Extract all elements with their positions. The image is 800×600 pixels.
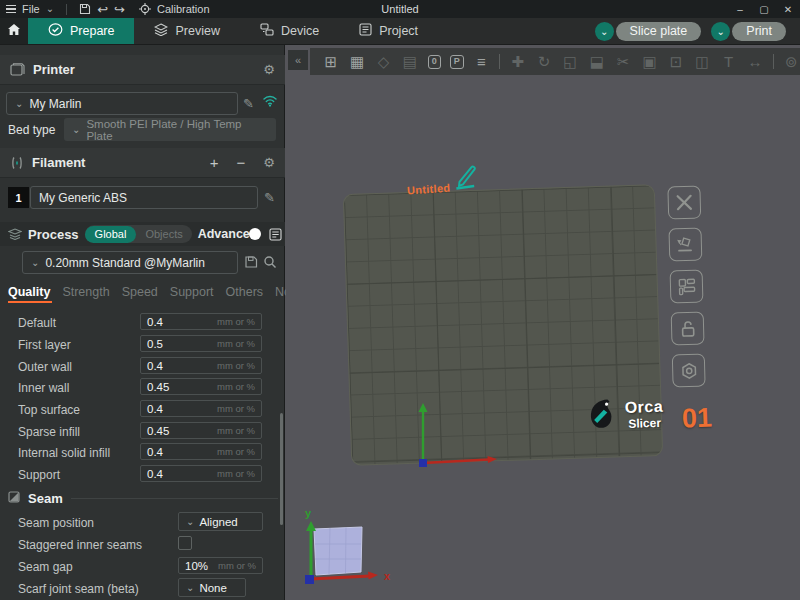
- tab-strength[interactable]: Strength: [56, 285, 115, 303]
- plate-buttons: [667, 186, 705, 388]
- logo-line2: Slicer: [628, 417, 664, 430]
- wifi-icon[interactable]: [262, 94, 278, 107]
- filament-slot-badge[interactable]: 1: [8, 187, 29, 208]
- chevron-down-icon: ⌄: [186, 516, 194, 527]
- scope-global-button[interactable]: Global: [85, 226, 137, 243]
- tab-preview[interactable]: Preview: [134, 18, 239, 44]
- toolbar-separator: [773, 54, 774, 69]
- main-tab-bar: Prepare Preview Device Project ⌄ Slice p…: [0, 18, 800, 45]
- setting-input[interactable]: 0.4mm or %: [140, 313, 262, 330]
- tab-prepare[interactable]: Prepare: [28, 18, 134, 44]
- minimize-button[interactable]: –: [728, 0, 752, 18]
- setting-input[interactable]: 0.4mm or %: [140, 400, 262, 417]
- viewport-3d[interactable]: « ⊞▦◇▤0P≡✚↻◱⬓✂▣⊡◫T↔⊚ Untitled Orca Slice…: [286, 45, 800, 600]
- filament-edit-icon[interactable]: ✎: [264, 190, 275, 205]
- rotate-icon[interactable]: ↻: [535, 54, 552, 69]
- process-preset-value: 0.20mm Standard @MyMarlin: [45, 256, 205, 270]
- filament-select[interactable]: My Generic ABS: [30, 186, 258, 209]
- printer-select[interactable]: ⌄ My Marlin: [6, 92, 238, 115]
- process-preset-select[interactable]: ⌄ 0.20mm Standard @MyMarlin: [22, 251, 238, 274]
- add-plate-icon[interactable]: ▦: [348, 54, 365, 69]
- auto-orient-icon[interactable]: ◇: [375, 54, 392, 69]
- bed-type-value: Smooth PEI Plate / High Temp Plate: [86, 118, 268, 142]
- remove-filament-button[interactable]: −: [237, 154, 246, 171]
- add-filament-button[interactable]: +: [210, 154, 219, 171]
- filament-name: My Generic ABS: [39, 191, 127, 205]
- setting-input[interactable]: 0.5mm or %: [140, 335, 262, 352]
- mesh-boolean-icon[interactable]: ◫: [694, 54, 711, 69]
- close-button[interactable]: ✕: [776, 0, 800, 18]
- assembly-view-icon[interactable]: ⊚: [783, 54, 800, 69]
- merge-icon[interactable]: ⊡: [667, 54, 684, 69]
- variable-layer-height-icon[interactable]: ≡: [473, 54, 490, 69]
- chevron-down-icon[interactable]: ⌄: [46, 4, 54, 14]
- scope-objects-button[interactable]: Objects: [136, 227, 191, 241]
- scale-icon[interactable]: ◱: [562, 54, 579, 69]
- setting-input[interactable]: 0.4mm or %: [140, 465, 262, 482]
- split-to-objects-icon[interactable]: 0: [428, 55, 442, 69]
- mini-navigator[interactable]: y x: [292, 497, 402, 597]
- panel-scrollbar[interactable]: [280, 413, 283, 525]
- setting-input[interactable]: 0.45mm or %: [140, 422, 262, 439]
- auto-orient-button[interactable]: [668, 228, 702, 262]
- file-menu[interactable]: File: [22, 3, 40, 15]
- printer-title: Printer: [33, 62, 75, 77]
- collapse-sidebar-button[interactable]: «: [288, 50, 308, 70]
- setting-list-icon[interactable]: [269, 228, 282, 241]
- menu-icon[interactable]: [6, 5, 16, 13]
- printer-gear-icon[interactable]: ⚙: [263, 62, 275, 77]
- device-icon: [260, 23, 274, 39]
- tab-project[interactable]: Project: [339, 18, 438, 44]
- seam-gap-input[interactable]: 10%mm or %: [178, 557, 263, 574]
- setting-input[interactable]: 0.4mm or %: [140, 357, 262, 374]
- search-icon[interactable]: [263, 255, 277, 269]
- scarf-seam-value: None: [199, 582, 227, 594]
- scarf-seam-select[interactable]: ⌄ None: [178, 578, 246, 597]
- filament-gear-icon[interactable]: ⚙: [263, 155, 275, 170]
- split-to-parts-icon[interactable]: P: [450, 55, 464, 69]
- seam-position-label: Seam position: [18, 516, 94, 530]
- plate-settings-button[interactable]: [672, 354, 706, 388]
- tab-quality[interactable]: Quality: [8, 285, 56, 303]
- calibration-menu[interactable]: Calibration: [157, 3, 210, 15]
- home-button[interactable]: [0, 18, 28, 44]
- calibration-icon[interactable]: [139, 3, 151, 15]
- measure-icon[interactable]: ↔: [746, 54, 763, 69]
- slice-plate-button[interactable]: Slice plate: [616, 22, 702, 41]
- arrange-plate-button[interactable]: [670, 270, 704, 304]
- divider: [71, 498, 278, 499]
- print-button[interactable]: Print: [732, 22, 786, 41]
- cut-icon[interactable]: ✂: [615, 54, 632, 69]
- delete-all-button[interactable]: [667, 186, 701, 220]
- tab-others[interactable]: Others: [220, 285, 270, 303]
- slice-options-button[interactable]: ⌄: [595, 22, 614, 41]
- setting-input[interactable]: 0.45mm or %: [140, 378, 262, 395]
- plate-name-edit-icon[interactable]: [449, 165, 483, 195]
- move-icon[interactable]: ✚: [509, 54, 526, 69]
- staggered-seams-checkbox[interactable]: [178, 536, 192, 550]
- tab-support[interactable]: Support: [164, 285, 220, 303]
- printer-edit-icon[interactable]: ✎: [243, 96, 254, 111]
- divider: [66, 4, 67, 15]
- save-icon[interactable]: [79, 3, 91, 15]
- maximize-button[interactable]: ▢: [752, 0, 776, 18]
- chevron-down-icon: ⌄: [186, 582, 194, 593]
- redo-icon[interactable]: ↪: [114, 4, 125, 15]
- process-scope-toggle: Global Objects: [85, 225, 192, 243]
- tab-label: Preview: [175, 24, 219, 38]
- tab-device[interactable]: Device: [240, 18, 339, 44]
- place-on-face-icon[interactable]: ⬓: [588, 54, 605, 69]
- bed-type-select[interactable]: ⌄ Smooth PEI Plate / High Temp Plate: [64, 118, 276, 141]
- setting-input[interactable]: 0.4mm or %: [140, 443, 262, 460]
- seam-position-select[interactable]: ⌄ Aligned: [178, 512, 263, 531]
- chevron-down-icon: ⌄: [717, 26, 725, 37]
- arrange-icon[interactable]: ▤: [401, 54, 418, 69]
- text-icon[interactable]: T: [720, 54, 737, 69]
- lock-plate-button[interactable]: [671, 312, 705, 346]
- tab-speed[interactable]: Speed: [116, 285, 164, 303]
- undo-icon[interactable]: ↩: [97, 4, 108, 15]
- print-options-button[interactable]: ⌄: [711, 22, 730, 41]
- add-icon[interactable]: ⊞: [322, 54, 339, 69]
- clone-icon[interactable]: ▣: [641, 54, 658, 69]
- save-preset-icon[interactable]: [244, 255, 258, 269]
